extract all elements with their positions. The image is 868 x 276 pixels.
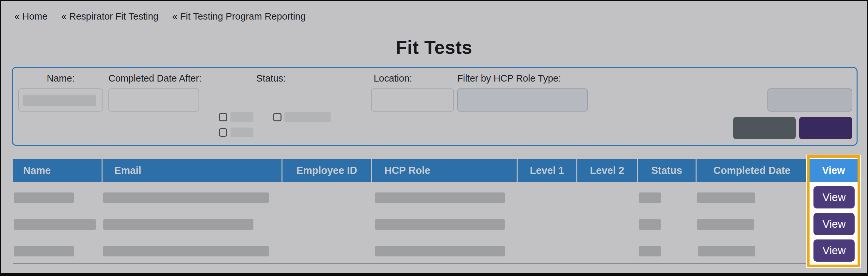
column-header-completed-date: Completed Date [696, 159, 807, 182]
column-header-hcp-role: HCP Role [372, 159, 517, 182]
redacted-cell-completed-date [697, 193, 755, 203]
name-label: Name: [31, 73, 90, 85]
redacted-cell-email [103, 193, 269, 203]
completed-date-after-input[interactable] [108, 89, 199, 111]
column-header-level-1: Level 1 [518, 159, 577, 182]
column-header-view: View [810, 159, 858, 182]
breadcrumb-home[interactable]: « Home [14, 11, 48, 22]
redacted-cell-email [103, 246, 269, 256]
redacted-cell-hcp-role [375, 193, 505, 203]
view-button-row-2[interactable]: View [813, 213, 855, 235]
redacted-cell-name [14, 193, 74, 203]
redacted-cell-status [639, 219, 661, 230]
redacted-checkbox-label-3 [284, 112, 331, 122]
location-label: Location: [364, 73, 422, 85]
completed-date-after-label: Completed Date After: [108, 73, 200, 85]
status-checkbox-3[interactable] [273, 113, 281, 122]
view-button-row-3[interactable]: View [813, 239, 855, 262]
column-header-name: Name [13, 159, 101, 182]
hcp-role-type-select[interactable] [457, 89, 588, 111]
filter-submit-button[interactable] [799, 117, 852, 139]
breadcrumb-respirator-fit-testing[interactable]: « Respirator Fit Testing [61, 11, 159, 22]
redacted-cell-name [14, 246, 74, 256]
redacted-checkbox-label-2 [230, 128, 253, 137]
redacted-cell-status [639, 246, 661, 256]
status-checkbox-2[interactable] [219, 128, 227, 137]
redacted-cell-hcp-role [375, 246, 505, 256]
redacted-cell-email [103, 219, 253, 230]
location-input[interactable] [371, 89, 454, 111]
redacted-cell-hcp-role [375, 219, 505, 230]
redacted-cell-name [14, 219, 96, 230]
name-input[interactable] [18, 89, 102, 111]
page-title: Fit Tests [0, 37, 868, 58]
view-button-row-1[interactable]: View [813, 186, 855, 208]
redacted-cell-status [639, 193, 661, 203]
redacted-cell-completed-date [697, 219, 754, 230]
table-bottom-divider [13, 263, 857, 264]
column-header-employee-id: Employee ID [282, 159, 371, 182]
column-header-email: Email [102, 159, 281, 182]
column-header-status: Status [638, 159, 695, 182]
redacted-cell-completed-date [698, 246, 755, 256]
status-label: Status: [242, 73, 301, 85]
filter-secondary-button[interactable] [733, 117, 796, 139]
breadcrumb-fit-testing-program-reporting[interactable]: « Fit Testing Program Reporting [172, 11, 306, 22]
column-header-level-2: Level 2 [577, 159, 637, 182]
redacted-checkbox-label-1 [230, 112, 253, 122]
breadcrumb: « Home « Respirator Fit Testing « Fit Te… [14, 11, 306, 22]
status-checkbox-1[interactable] [219, 113, 227, 122]
hcp-role-type-label: Filter by HCP Role Type: [457, 73, 561, 85]
redacted-name-value [23, 95, 96, 106]
right-disabled-field[interactable] [768, 89, 852, 111]
fit-tests-page: « Home « Respirator Fit Testing « Fit Te… [0, 0, 868, 276]
